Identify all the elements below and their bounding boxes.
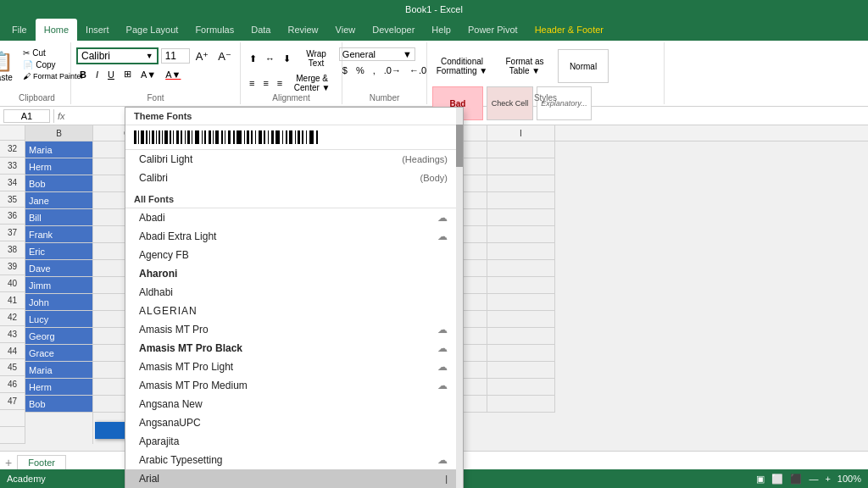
tab-home[interactable]: Home: [36, 19, 77, 41]
cloud-download-icon: ☁: [437, 230, 448, 242]
cell-reference-input[interactable]: [3, 109, 50, 123]
svg-rect-5: [152, 130, 154, 144]
align-left-button[interactable]: ≡: [246, 72, 258, 94]
fill-color-button[interactable]: A▼: [137, 68, 159, 81]
tab-view[interactable]: View: [327, 19, 364, 41]
row-header-34: 34: [0, 175, 25, 191]
font-item-aharoni[interactable]: Aharoni: [125, 264, 456, 283]
row-header-42: 42: [0, 309, 25, 326]
font-size-box[interactable]: 11: [161, 48, 190, 64]
font-item-abadi-extra-light[interactable]: Abadi Extra Light ☁: [125, 227, 456, 246]
style-normal[interactable]: Normal: [558, 49, 609, 83]
font-item-arial[interactable]: Arial |: [125, 469, 456, 488]
svg-rect-14: [185, 130, 186, 144]
tab-power-pivot[interactable]: Power Pivot: [459, 19, 526, 41]
row-header-32: 32: [0, 141, 25, 158]
font-size-increase-button[interactable]: A⁺: [192, 48, 213, 64]
row-header-44: 44: [0, 343, 25, 360]
font-item-aparajita[interactable]: Aparajita: [125, 432, 456, 451]
svg-rect-25: [228, 130, 231, 144]
align-top-button[interactable]: ⬆: [246, 47, 260, 69]
font-item-amasis-mt-pro-black[interactable]: Amasis MT Pro Black ☁: [125, 339, 456, 358]
view-page-layout-icon[interactable]: ⬜: [771, 474, 783, 485]
increase-decimal-button[interactable]: .0→: [381, 64, 404, 77]
format-as-table-button[interactable]: Format asTable ▼: [495, 55, 554, 77]
font-preview-bars: [134, 130, 320, 144]
sheet-tab-footer[interactable]: Footer: [17, 455, 66, 470]
style-explanatory[interactable]: Explanatory...: [537, 86, 592, 120]
comma-style-button[interactable]: ,: [370, 64, 379, 77]
svg-rect-10: [170, 130, 171, 144]
tab-review[interactable]: Review: [279, 19, 326, 41]
col-header-i: I: [487, 125, 555, 141]
underline-button[interactable]: U: [104, 68, 118, 81]
svg-rect-35: [271, 130, 274, 144]
tab-formulas[interactable]: Formulas: [186, 19, 242, 41]
add-sheet-button[interactable]: +: [0, 456, 17, 469]
status-right: ▣ ⬜ ⬛ — + 100%: [756, 474, 861, 485]
svg-rect-33: [264, 130, 265, 144]
tab-insert[interactable]: Insert: [77, 19, 118, 41]
svg-rect-19: [204, 130, 206, 144]
conditional-formatting-button[interactable]: ConditionalFormatting ▼: [432, 55, 492, 77]
bold-button[interactable]: B: [76, 68, 90, 81]
font-dropdown[interactable]: Theme Fonts: [125, 107, 464, 488]
align-center-button[interactable]: ≡: [259, 72, 271, 94]
tab-file[interactable]: File: [3, 19, 36, 41]
font-item-calibri[interactable]: Calibri (Body): [125, 169, 456, 187]
comma-button[interactable]: %: [353, 64, 368, 77]
align-middle-button[interactable]: ↔: [262, 47, 278, 69]
scrollbar-thumb[interactable]: [456, 125, 463, 167]
font-item-algerian[interactable]: ALGERIAN: [125, 302, 456, 320]
align-bottom-button[interactable]: ⬇: [280, 47, 294, 69]
font-name-box[interactable]: Calibri ▼: [76, 47, 159, 64]
align-right-button[interactable]: ≡: [274, 72, 286, 94]
font-item-aldhabi[interactable]: Aldhabi: [125, 283, 456, 302]
font-item-abadi[interactable]: Abadi ☁: [125, 208, 456, 227]
svg-rect-20: [209, 130, 211, 144]
svg-rect-2: [141, 130, 144, 144]
italic-button[interactable]: I: [92, 68, 102, 81]
svg-rect-3: [146, 130, 147, 144]
font-color-button[interactable]: A▼: [162, 68, 184, 81]
styles-group: ConditionalFormatting ▼ Format asTable ▼…: [427, 42, 665, 104]
svg-rect-27: [236, 130, 242, 144]
font-item-angsana-new[interactable]: Angsana New: [125, 395, 456, 413]
cloud-download-icon: ☁: [437, 380, 448, 391]
decrease-decimal-button[interactable]: ←.0: [406, 64, 430, 77]
tab-developer[interactable]: Developer: [364, 19, 423, 41]
svg-rect-26: [233, 130, 235, 144]
tab-help[interactable]: Help: [423, 19, 459, 41]
percent-button[interactable]: $: [339, 64, 351, 77]
font-item-calibri-light[interactable]: Calibri Light (Headings): [125, 150, 456, 169]
tab-data[interactable]: Data: [242, 19, 279, 41]
paste-icon: 📋: [0, 51, 13, 73]
style-check-cell[interactable]: Check Cell: [487, 86, 533, 120]
font-item-angsana-upc[interactable]: AngsanaUPC: [125, 413, 456, 432]
svg-rect-8: [162, 130, 163, 144]
font-item-amasis-mt-pro-medium[interactable]: Amasis MT Pro Medium ☁: [125, 376, 456, 395]
paste-button[interactable]: 📋 Paste: [0, 47, 16, 86]
row-header-39: 39: [0, 258, 25, 275]
font-item-amasis-mt-pro-light[interactable]: Amasis MT Pro Light ☁: [125, 358, 456, 376]
tab-page-layout[interactable]: Page Layout: [118, 19, 187, 41]
svg-rect-21: [213, 130, 214, 144]
svg-rect-29: [247, 130, 249, 144]
view-page-break-icon[interactable]: ⬛: [790, 474, 802, 485]
view-normal-icon[interactable]: ▣: [756, 474, 765, 485]
scrollbar-track[interactable]: [456, 108, 463, 488]
svg-rect-23: [221, 130, 223, 144]
tab-header-footer[interactable]: Header & Footer: [526, 19, 612, 41]
font-barcode-preview: [134, 130, 320, 144]
border-button[interactable]: ⊞: [120, 67, 135, 81]
svg-rect-24: [225, 130, 225, 144]
font-item-agency-fb[interactable]: Agency FB: [125, 246, 456, 264]
row-header-45: 45: [0, 359, 25, 376]
font-item-arabic-typesetting[interactable]: Arabic Typesetting ☁: [125, 451, 456, 469]
font-item-amasis-mt-pro[interactable]: Amasis MT Pro ☁: [125, 320, 456, 339]
cloud-download-icon: ☁: [437, 212, 448, 224]
font-size-decrease-button[interactable]: A⁻: [214, 48, 235, 64]
wrap-text-button[interactable]: Wrap Text: [296, 47, 337, 69]
merge-center-button[interactable]: Merge & Center ▼: [287, 72, 337, 94]
svg-rect-22: [215, 130, 219, 144]
